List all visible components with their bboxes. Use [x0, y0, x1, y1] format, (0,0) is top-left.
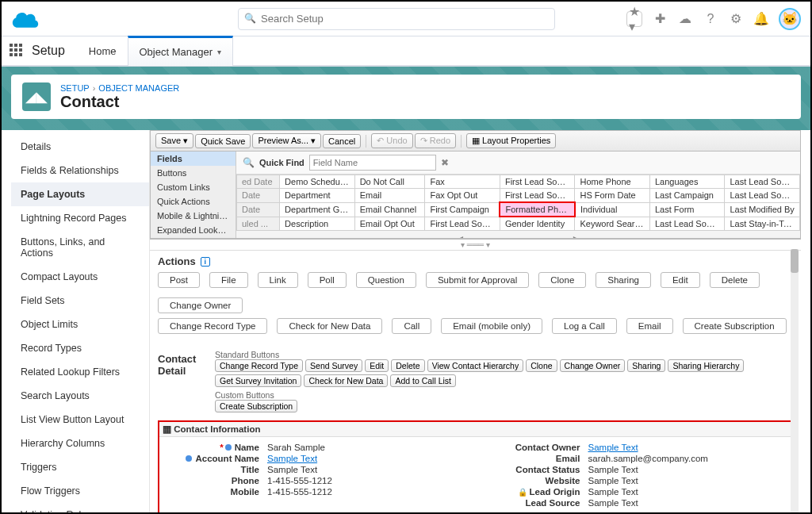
action-pill[interactable]: Delete [710, 272, 760, 288]
sidebar-item[interactable]: List View Button Layout [11, 408, 149, 432]
layout-button[interactable]: Edit [365, 359, 389, 372]
palette-field[interactable]: Languages [649, 175, 725, 189]
palette-field[interactable]: First Lead Source... [500, 175, 575, 189]
palette-field[interactable]: Last Lead Source ... [725, 175, 800, 189]
field-row[interactable]: 🔒Lead OriginSample Text [485, 486, 787, 497]
action-pill[interactable]: Create Subscription [683, 318, 787, 334]
action-pill[interactable]: Edit [661, 272, 700, 288]
palette-field[interactable]: Date [237, 189, 280, 203]
palette-field[interactable]: Home Phone [575, 175, 650, 189]
layout-button[interactable]: Change Owner [560, 359, 626, 372]
layout-properties-button[interactable]: ▦ Layout Properties [466, 133, 556, 148]
palette-drag-handle[interactable]: ▾ ═══ ▾ [150, 240, 801, 251]
palette-field[interactable]: Department [280, 189, 355, 203]
layout-button[interactable]: Sharing [627, 359, 665, 372]
layout-button[interactable]: Get Survey Invitation [215, 374, 301, 387]
action-pill[interactable]: Email (mobile only) [441, 318, 542, 334]
notifications-bell-icon[interactable]: 🔔 [753, 11, 769, 27]
sidebar-item[interactable]: Record Types [11, 336, 149, 360]
add-icon[interactable]: ✚ [652, 11, 668, 27]
layout-button[interactable]: Sharing Hierarchy [668, 359, 744, 372]
favorites-button[interactable]: ★ ▾ [626, 11, 642, 27]
palette-field[interactable]: Email Channel [354, 202, 425, 217]
action-pill[interactable]: Change Record Type [158, 318, 267, 334]
palette-field[interactable]: Last Stay-in-Touc... [725, 217, 800, 231]
action-pill[interactable]: Submit for Approval [426, 272, 529, 288]
cancel-button[interactable]: Cancel [323, 134, 361, 148]
breadcrumb-setup[interactable]: SETUP [60, 83, 90, 93]
sidebar-item[interactable]: Page Layouts [11, 182, 149, 206]
action-pill[interactable]: Email [626, 318, 673, 334]
sidebar-item[interactable]: Related Lookup Filters [11, 360, 149, 384]
palette-field[interactable]: Description [280, 217, 355, 231]
palette-field[interactable]: uled ... [237, 217, 280, 231]
palette-field[interactable]: Email [354, 189, 425, 203]
field-row[interactable]: Contact StatusSample Text [485, 464, 787, 475]
content-scrollbar[interactable] [791, 249, 799, 514]
nav-tab-home[interactable]: Home [78, 36, 128, 66]
palette-field[interactable]: Do Not Call [354, 175, 425, 189]
palette-field[interactable]: Fax [425, 175, 500, 189]
palette-field[interactable]: Gender Identity [500, 217, 575, 231]
palette-field[interactable]: Last Form [649, 202, 725, 217]
sidebar-item[interactable]: Flow Triggers [11, 479, 149, 503]
action-pill[interactable]: Post [158, 272, 200, 288]
palette-field[interactable]: First Campaign [425, 202, 500, 217]
layout-button[interactable]: View Contact Hierarchy [427, 359, 524, 372]
palette-field[interactable]: First Lead Source... [500, 189, 575, 203]
sidebar-item[interactable]: Search Layouts [11, 384, 149, 408]
action-pill[interactable]: Clone [538, 272, 586, 288]
redo-button[interactable]: ↷ Redo [415, 133, 456, 148]
action-pill[interactable]: Call [392, 318, 431, 334]
action-pill[interactable]: Change Owner [158, 297, 243, 313]
field-row[interactable]: Emailsarah.sample@company.com [485, 453, 787, 464]
sidebar-item[interactable]: Hierarchy Columns [11, 432, 149, 455]
global-search-input[interactable] [238, 8, 555, 30]
palette-field[interactable]: Last Lead Source... [725, 189, 800, 203]
action-pill[interactable]: Sharing [596, 272, 651, 288]
field-row[interactable]: TitleSample Text [164, 464, 466, 475]
sidebar-item[interactable]: Triggers [11, 455, 149, 479]
action-pill[interactable]: Question [356, 272, 416, 288]
nav-tab-object-manager[interactable]: Object Manager▾ [128, 36, 234, 66]
sidebar-item[interactable]: Object Limits [11, 313, 149, 336]
undo-button[interactable]: ↶ Undo [371, 133, 412, 148]
action-pill[interactable]: File [209, 272, 248, 288]
breadcrumb-object-manager[interactable]: OBJECT MANAGER [98, 83, 179, 93]
palette-horizontal-scroll[interactable]: ◄ ─────────────── ► [236, 231, 800, 238]
layout-button[interactable]: Change Record Type [215, 359, 303, 372]
layout-button[interactable]: Delete [391, 359, 424, 372]
palette-category[interactable]: Quick Actions [151, 194, 236, 209]
sidebar-item[interactable]: Lightning Record Pages [11, 206, 149, 230]
palette-field[interactable]: First Lead Source [425, 217, 500, 231]
save-button[interactable]: Save ▾ [155, 133, 193, 148]
palette-category[interactable]: Fields [151, 152, 236, 166]
palette-field[interactable]: Last Lead Source [649, 217, 725, 231]
quick-save-button[interactable]: Quick Save [195, 134, 251, 148]
quick-find-clear-icon[interactable]: ✖ [441, 157, 449, 168]
palette-category[interactable]: Buttons [151, 166, 236, 180]
sidebar-item[interactable]: Buttons, Links, and Actions [11, 230, 149, 265]
field-row[interactable]: *NameSarah Sample [164, 442, 466, 453]
sidebar-item[interactable]: Details [11, 135, 149, 159]
palette-field[interactable]: Department Group [280, 202, 355, 217]
layout-button[interactable]: Clone [526, 359, 557, 372]
palette-field[interactable]: Demo Scheduled Date [280, 175, 355, 189]
palette-category[interactable]: Related Lists [151, 237, 236, 238]
salesforce-cloud-icon[interactable]: ☁ [677, 11, 693, 27]
action-pill[interactable]: Log a Call [552, 318, 617, 334]
layout-button[interactable]: Create Subscription [215, 400, 297, 412]
palette-field[interactable]: Fax Opt Out [425, 189, 500, 203]
palette-category[interactable]: Custom Links [151, 180, 236, 194]
quick-find-input[interactable] [309, 155, 436, 171]
palette-category[interactable]: Mobile & Lightning Actions [151, 209, 236, 223]
field-row[interactable]: Contact OwnerSample Text [485, 442, 787, 453]
palette-field[interactable]: Keyword Searched [575, 217, 650, 231]
info-icon[interactable]: i [201, 257, 210, 267]
palette-field[interactable]: Formatted Phone N... [500, 202, 575, 217]
palette-field[interactable]: Email Opt Out [354, 217, 425, 231]
field-row[interactable]: Mobile1-415-555-1212 [164, 486, 466, 497]
field-row[interactable]: Account NameSample Text [164, 453, 466, 464]
layout-button[interactable]: Check for New Data [304, 374, 388, 387]
field-row[interactable]: Lead SourceSample Text [485, 497, 787, 508]
